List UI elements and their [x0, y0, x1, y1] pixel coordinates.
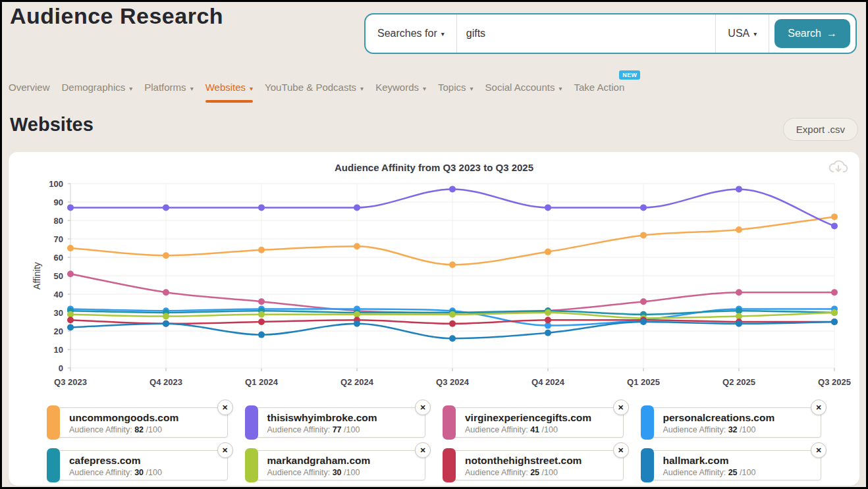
search-scope-label: Searches for	[377, 28, 437, 39]
data-point-virginexperiencegifts-com-q3-2025[interactable]	[831, 289, 838, 296]
series-color-chip	[443, 405, 456, 440]
data-point-uncommongoods-com-q2-2024[interactable]	[354, 243, 360, 249]
search-bar: Searches for ▾ USA ▾ Search →	[364, 13, 857, 54]
data-point-thisiswhyimbroke-com-q3-2024[interactable]	[449, 186, 456, 192]
nav-item-demographics[interactable]: Demographics▾	[62, 82, 133, 93]
remove-website-button[interactable]: ✕	[613, 442, 629, 458]
nav-item-youtube-podcasts[interactable]: YouTube & Podcasts▾	[265, 82, 364, 93]
data-point-thisiswhyimbroke-com-q3-2025[interactable]	[831, 222, 838, 229]
data-point-virginexperiencegifts-com-q1-2025[interactable]	[640, 298, 647, 305]
region-dropdown[interactable]: USA ▾	[716, 14, 769, 53]
affinity-label: Audience Affinity:	[465, 468, 530, 477]
remove-website-button[interactable]: ✕	[415, 399, 431, 415]
data-point-markandgraham-com-q1-2024[interactable]	[258, 311, 265, 318]
website-card-virginexperiencegifts-com: ✕ virginexperiencegifts.com Audience Aff…	[443, 407, 624, 438]
data-point-hallmark-com-q2-2025[interactable]	[736, 321, 742, 327]
affinity-denominator: /100	[344, 468, 360, 477]
y-tick-label: 30	[54, 308, 63, 318]
data-point-notonthehighstreet-com-q4-2024[interactable]	[545, 317, 551, 323]
data-point-notonthehighstreet-com-q3-2024[interactable]	[449, 321, 456, 327]
website-domain: uncommongoods.com	[69, 411, 221, 424]
affinity-denominator: /100	[344, 425, 360, 434]
data-point-hallmark-com-q3-2023[interactable]	[67, 324, 74, 330]
website-card-uncommongoods-com: ✕ uncommongoods.com Audience Affinity: 8…	[47, 407, 228, 438]
series-color-chip	[641, 448, 654, 482]
search-button[interactable]: Search →	[774, 19, 850, 48]
data-point-uncommongoods-com-q2-2025[interactable]	[736, 226, 742, 233]
chevron-down-icon: ▾	[250, 85, 253, 92]
data-point-hallmark-com-q1-2025[interactable]	[640, 319, 647, 325]
data-point-thisiswhyimbroke-com-q2-2025[interactable]	[736, 186, 742, 192]
data-point-thisiswhyimbroke-com-q2-2024[interactable]	[354, 204, 360, 211]
divider	[769, 14, 769, 53]
data-point-hallmark-com-q2-2024[interactable]	[354, 321, 360, 327]
data-point-markandgraham-com-q3-2024[interactable]	[449, 311, 456, 318]
search-scope-dropdown[interactable]: Searches for ▾	[366, 14, 456, 53]
data-point-thisiswhyimbroke-com-q1-2024[interactable]	[258, 204, 265, 211]
data-point-uncommongoods-com-q3-2025[interactable]	[831, 213, 838, 220]
data-point-thisiswhyimbroke-com-q4-2024[interactable]	[545, 204, 551, 211]
data-point-virginexperiencegifts-com-q3-2023[interactable]	[67, 270, 74, 277]
nav-item-take-action[interactable]: Take ActionNEW	[574, 82, 625, 93]
data-point-notonthehighstreet-com-q3-2023[interactable]	[67, 317, 74, 323]
data-point-hallmark-com-q3-2024[interactable]	[449, 335, 456, 342]
data-point-markandgraham-com-q4-2023[interactable]	[163, 313, 169, 320]
nav-item-overview[interactable]: Overview	[9, 82, 50, 93]
data-point-virginexperiencegifts-com-q2-2025[interactable]	[736, 289, 742, 296]
data-point-virginexperiencegifts-com-q4-2023[interactable]	[163, 289, 169, 296]
y-tick-label: 80	[54, 216, 63, 226]
affinity-denominator: /100	[740, 468, 755, 477]
section-title: Websites	[10, 114, 94, 136]
data-point-uncommongoods-com-q3-2024[interactable]	[449, 261, 456, 268]
data-point-uncommongoods-com-q4-2024[interactable]	[545, 249, 551, 255]
website-affinity: Audience Affinity: 77 /100	[267, 425, 419, 434]
y-tick-label: 50	[54, 271, 63, 281]
data-point-virginexperiencegifts-com-q1-2024[interactable]	[258, 298, 265, 305]
search-button-label: Search	[788, 28, 821, 39]
data-point-hallmark-com-q1-2024[interactable]	[258, 332, 265, 338]
data-point-hallmark-com-q4-2024[interactable]	[545, 330, 551, 336]
export-csv-button[interactable]: Export .csv	[783, 118, 858, 141]
remove-website-button[interactable]: ✕	[613, 399, 629, 415]
remove-website-button[interactable]: ✕	[415, 442, 431, 458]
series-color-chip	[641, 405, 654, 440]
website-affinity: Audience Affinity: 25 /100	[663, 468, 815, 477]
nav-item-label: Overview	[9, 82, 50, 93]
data-point-thisiswhyimbroke-com-q4-2023[interactable]	[163, 204, 169, 211]
remove-website-button[interactable]: ✕	[811, 442, 827, 458]
website-domain: hallmark.com	[663, 454, 815, 467]
data-point-notonthehighstreet-com-q1-2024[interactable]	[258, 319, 265, 325]
nav-item-social-accounts[interactable]: Social Accounts▾	[485, 82, 562, 93]
nav-item-keywords[interactable]: Keywords▾	[375, 82, 426, 93]
data-point-thisiswhyimbroke-com-q3-2023[interactable]	[67, 204, 74, 211]
x-tick-label: Q1 2024	[245, 377, 279, 387]
affinity-value: 41	[530, 425, 541, 434]
nav-item-platforms[interactable]: Platforms▾	[144, 82, 193, 93]
nav-item-topics[interactable]: Topics▾	[438, 82, 474, 93]
data-point-markandgraham-com-q4-2024[interactable]	[545, 309, 551, 316]
nav-item-websites[interactable]: Websites▾	[205, 82, 253, 93]
page-title: Audience Research	[10, 3, 223, 29]
series-color-chip	[245, 448, 258, 482]
remove-website-button[interactable]: ✕	[217, 399, 233, 415]
search-query-input[interactable]	[457, 14, 716, 53]
x-tick-label: Q2 2024	[340, 377, 374, 387]
chevron-down-icon: ▾	[423, 85, 426, 92]
data-point-uncommongoods-com-q1-2025[interactable]	[640, 232, 647, 238]
data-point-uncommongoods-com-q1-2024[interactable]	[258, 247, 265, 253]
affinity-value: 25	[530, 468, 541, 477]
data-point-markandgraham-com-q3-2025[interactable]	[831, 309, 838, 316]
chevron-down-icon: ▾	[753, 30, 757, 38]
nav-item-label: Keywords	[375, 82, 419, 93]
remove-website-button[interactable]: ✕	[811, 399, 827, 415]
remove-website-button[interactable]: ✕	[217, 442, 233, 458]
data-point-hallmark-com-q3-2025[interactable]	[831, 319, 838, 325]
chevron-down-icon: ▾	[129, 85, 132, 92]
website-domain: markandgraham.com	[267, 454, 419, 467]
data-point-uncommongoods-com-q4-2023[interactable]	[163, 252, 169, 259]
data-point-hallmark-com-q4-2023[interactable]	[163, 321, 169, 327]
y-tick-label: 10	[54, 345, 63, 355]
data-point-thisiswhyimbroke-com-q1-2025[interactable]	[640, 204, 647, 211]
data-point-uncommongoods-com-q3-2023[interactable]	[67, 245, 74, 251]
cloud-download-icon[interactable]	[828, 159, 849, 176]
